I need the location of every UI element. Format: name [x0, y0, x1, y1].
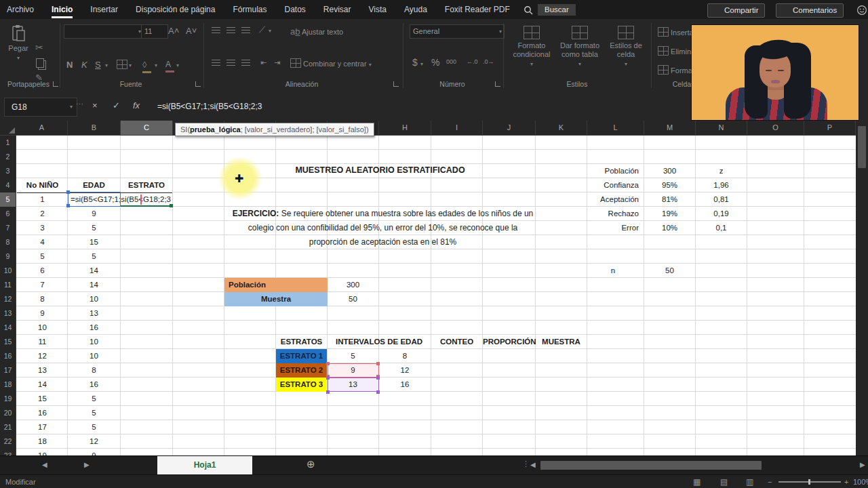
selection-handle[interactable] — [66, 204, 70, 207]
cell-b17[interactable]: 8 — [68, 363, 120, 378]
cell-b20[interactable]: 5 — [68, 406, 120, 420]
col-header-K[interactable]: K — [536, 121, 587, 136]
tab-revisar[interactable]: Revisar — [322, 5, 353, 14]
col-header-B[interactable]: B — [68, 121, 121, 136]
cell-b5-formula[interactable]: =si(B5<G17;1;si(B5<G18;2;3 — [71, 192, 247, 207]
add-sheet-icon[interactable]: ⊕ — [307, 458, 315, 470]
cell-b10[interactable]: 14 — [68, 264, 120, 278]
dialog-launcher-icon[interactable] — [495, 81, 500, 87]
cell-a22[interactable]: 18 — [17, 434, 68, 449]
cell-estrato3-to[interactable]: 16 — [379, 378, 431, 392]
align-right-icon[interactable] — [241, 60, 250, 66]
cell-a14[interactable]: 10 — [17, 321, 68, 335]
cell-param-rechazo-z[interactable]: 0,19 — [696, 207, 747, 221]
col-header-N[interactable]: N — [696, 121, 747, 136]
cell-estrato1-from[interactable]: 5 — [328, 349, 378, 363]
merge-center-button[interactable]: Combinar y centrar ▾ — [290, 58, 372, 68]
row-header[interactable]: 15 — [0, 335, 16, 350]
tab-vista[interactable]: Vista — [368, 5, 388, 14]
cell-estrato2-to[interactable]: 12 — [379, 363, 431, 378]
row-header[interactable]: 2 — [0, 150, 16, 165]
tab-ayuda[interactable]: Ayuda — [403, 5, 429, 14]
cell-poblacion-value[interactable]: 300 — [328, 278, 378, 292]
selection-handle[interactable] — [66, 190, 70, 194]
zoom-slider-thumb[interactable] — [808, 479, 810, 485]
next-sheet-icon[interactable]: ▶ — [84, 461, 90, 468]
cell-estrato1[interactable]: ESTRATO 1 — [276, 349, 327, 363]
row-header[interactable]: 1 — [0, 136, 16, 150]
page-layout-icon[interactable]: ▤ — [720, 475, 728, 488]
col-header-P[interactable]: P — [804, 121, 856, 136]
cell-a9[interactable]: 5 — [17, 249, 68, 264]
cell-b18[interactable]: 16 — [68, 378, 120, 392]
row-header[interactable]: 6 — [0, 207, 16, 222]
cell-param-poblacion-val[interactable]: 300 — [644, 164, 695, 178]
cell-b4-edad[interactable]: EDAD — [68, 178, 120, 193]
cell-a10[interactable]: 6 — [17, 264, 68, 278]
row-header[interactable]: 13 — [0, 306, 16, 321]
row-header[interactable]: 19 — [0, 392, 16, 407]
cancel-entry-icon[interactable]: × — [92, 100, 98, 110]
ref-handle[interactable] — [326, 390, 330, 394]
cell-estrato1-to[interactable]: 8 — [379, 349, 431, 363]
cell-param-aceptacion[interactable]: Aceptación — [587, 192, 639, 207]
tabbar-splitter[interactable]: ⋮ — [522, 460, 530, 468]
cell-a5[interactable]: 1 — [17, 192, 68, 207]
cell-param-rechazo[interactable]: Rechazo — [587, 207, 639, 221]
font-color-icon[interactable]: A — [165, 58, 174, 73]
cell-param-aceptacion-z[interactable]: 0,81 — [696, 192, 747, 207]
horizontal-scrollbar-thumb[interactable] — [540, 461, 762, 470]
cell-poblacion-label[interactable]: Población — [224, 278, 328, 292]
decrease-indent-icon[interactable]: ⇤ — [260, 58, 267, 67]
align-top-icon[interactable] — [212, 27, 220, 33]
ref-handle[interactable] — [376, 376, 380, 380]
tab-insertar[interactable]: Insertar — [89, 5, 119, 14]
row-header[interactable]: 11 — [0, 278, 16, 293]
cell-b8[interactable]: 15 — [68, 235, 120, 249]
vertical-scrollbar[interactable] — [856, 121, 868, 455]
cell-b15[interactable]: 10 — [68, 335, 120, 349]
row-header[interactable]: 17 — [0, 363, 16, 378]
dialog-launcher-icon[interactable] — [53, 81, 58, 87]
sheet-title[interactable]: MUESTREO ALEATORIO ESTRATIFICADO — [224, 163, 536, 178]
dialog-launcher-icon[interactable] — [393, 81, 399, 87]
muestra-header[interactable]: MUESTRA — [536, 335, 587, 349]
cell-param-error[interactable]: Error — [587, 221, 639, 235]
cell-b13[interactable]: 13 — [68, 306, 120, 321]
comments-button[interactable]: Comentarios — [776, 3, 844, 18]
col-header-L[interactable]: L — [587, 121, 644, 136]
row-header[interactable]: 8 — [0, 235, 16, 250]
cut-icon[interactable]: ✂ — [35, 43, 43, 52]
exercise-text[interactable]: EJERCICIO: Se requiere obtener una muest… — [229, 207, 537, 249]
cell-a7[interactable]: 3 — [17, 221, 68, 235]
number-format-select[interactable]: General▾ — [410, 24, 505, 39]
copy-icon[interactable] — [36, 58, 44, 68]
insert-function-icon[interactable]: fx — [133, 100, 140, 110]
cell-param-confianza-z[interactable]: 1,96 — [696, 178, 747, 192]
percent-button[interactable]: % — [431, 57, 439, 68]
cell-a17[interactable]: 13 — [17, 363, 68, 378]
cell-b11[interactable]: 14 — [68, 278, 120, 292]
paste-button[interactable]: Pegar▾ — [4, 24, 33, 62]
row-header[interactable]: 12 — [0, 292, 16, 307]
search-icon[interactable] — [524, 5, 533, 15]
italic-button[interactable]: K — [81, 60, 87, 70]
col-header-C[interactable]: C — [121, 121, 173, 136]
ref-handle[interactable] — [326, 376, 330, 380]
hscroll-right-icon[interactable]: ▶ — [860, 461, 865, 468]
cell-muestra-value[interactable]: 50 — [328, 292, 378, 306]
cell-n-value[interactable]: 50 — [644, 264, 695, 278]
format-as-table-button[interactable]: Dar formato como tabla▾ — [557, 26, 602, 68]
cell-b6[interactable]: 9 — [68, 207, 120, 221]
shrink-font-button[interactable]: A˅ — [186, 26, 197, 36]
cell-param-error-pct[interactable]: 10% — [644, 221, 695, 235]
page-break-icon[interactable]: ▥ — [746, 475, 753, 488]
tab-archivo[interactable]: Archivo — [5, 5, 35, 14]
feedback-smiley-icon[interactable] — [856, 5, 867, 16]
cell-estrato2[interactable]: ESTRATO 2 — [276, 363, 327, 378]
cell-n-label[interactable]: n — [587, 264, 639, 278]
vertical-scrollbar-thumb[interactable] — [858, 126, 866, 168]
conteo-header[interactable]: CONTEO — [431, 335, 482, 349]
currency-button[interactable]: $ — [412, 57, 418, 68]
cell-a8[interactable]: 4 — [17, 235, 68, 249]
